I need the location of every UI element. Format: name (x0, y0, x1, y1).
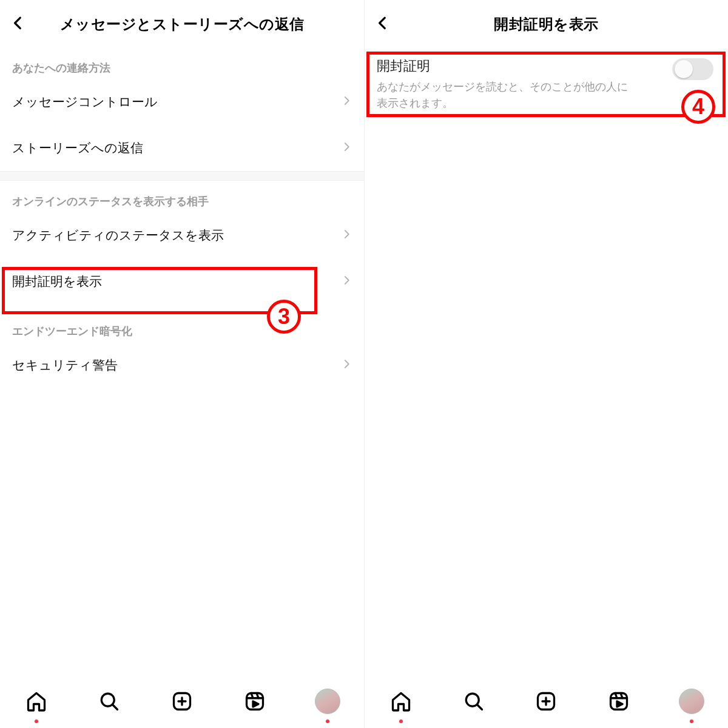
svg-marker-9 (253, 701, 258, 707)
row-read-receipts[interactable]: 開封証明を表示 (0, 258, 364, 305)
section-head-online: オンラインのステータスを表示する相手 (0, 181, 364, 212)
plus-square-icon (171, 690, 193, 712)
tab-search[interactable] (458, 686, 490, 717)
tabbar-right (365, 675, 728, 728)
back-button-right[interactable] (372, 13, 394, 35)
tab-create[interactable] (166, 686, 198, 717)
row-label: メッセージコントロール (12, 93, 158, 110)
home-icon (25, 690, 47, 712)
home-icon (390, 690, 412, 712)
read-receipts-switch[interactable] (672, 58, 713, 80)
notification-dot-icon (326, 720, 329, 723)
switch-knob-icon (675, 60, 693, 78)
svg-line-11 (477, 705, 482, 710)
notification-dot-icon (399, 720, 403, 723)
tab-create[interactable] (530, 686, 562, 717)
tab-reels[interactable] (603, 686, 635, 717)
back-button-left[interactable] (7, 13, 29, 35)
search-icon (98, 690, 120, 712)
row-label: セキュリティ警告 (12, 357, 118, 374)
section-head-contact: あなたへの連絡方法 (0, 47, 364, 79)
chevron-right-icon (341, 141, 352, 155)
row-activity-status[interactable]: アクティビティのステータスを表示 (0, 212, 364, 258)
row-story-replies[interactable]: ストーリーズへの返信 (0, 125, 364, 171)
tab-home[interactable] (21, 686, 52, 717)
tab-reels[interactable] (239, 686, 271, 717)
section-head-e2e: エンドツーエンド暗号化 (0, 305, 364, 342)
row-message-controls[interactable]: メッセージコントロール (0, 79, 364, 125)
toggle-title: 開封証明 (377, 57, 716, 75)
divider (0, 171, 364, 181)
tab-profile[interactable] (676, 686, 707, 717)
left-header-title: メッセージとストーリーズへの返信 (60, 15, 305, 34)
row-label: 開封証明を表示 (12, 273, 102, 290)
right-header-title: 開封証明を表示 (494, 15, 599, 34)
notification-dot-icon (690, 720, 693, 723)
reels-icon (244, 690, 266, 712)
left-screen: メッセージとストーリーズへの返信 あなたへの連絡方法 メッセージコントロール ス… (0, 0, 364, 728)
svg-line-1 (113, 705, 118, 710)
tab-home[interactable] (385, 686, 417, 717)
chevron-right-icon (341, 95, 352, 109)
chevron-left-icon (10, 15, 26, 33)
avatar-icon (315, 689, 340, 714)
chevron-right-icon (341, 358, 352, 372)
reels-icon (608, 690, 630, 712)
left-header: メッセージとストーリーズへの返信 (0, 0, 364, 47)
avatar-icon (679, 689, 704, 714)
row-label: ストーリーズへの返信 (12, 140, 143, 157)
tab-profile[interactable] (312, 686, 343, 717)
row-label: アクティビティのステータスを表示 (12, 227, 224, 244)
tab-search[interactable] (93, 686, 125, 717)
search-icon (463, 690, 485, 712)
row-read-receipts-toggle: 開封証明 あなたがメッセージを読むと、そのことが他の人に表示されます。 (365, 47, 728, 121)
chevron-right-icon (341, 274, 352, 289)
tabbar-left (0, 675, 364, 728)
chevron-right-icon (341, 228, 352, 243)
notification-dot-icon (35, 720, 38, 723)
right-screen: 開封証明を表示 開封証明 あなたがメッセージを読むと、そのことが他の人に表示され… (364, 0, 728, 728)
row-security-alerts[interactable]: セキュリティ警告 (0, 342, 364, 388)
toggle-description: あなたがメッセージを読むと、そのことが他の人に表示されます。 (377, 79, 632, 112)
plus-square-icon (535, 690, 557, 712)
svg-marker-19 (617, 701, 622, 707)
right-header: 開封証明を表示 (365, 0, 728, 47)
chevron-left-icon (375, 15, 391, 33)
